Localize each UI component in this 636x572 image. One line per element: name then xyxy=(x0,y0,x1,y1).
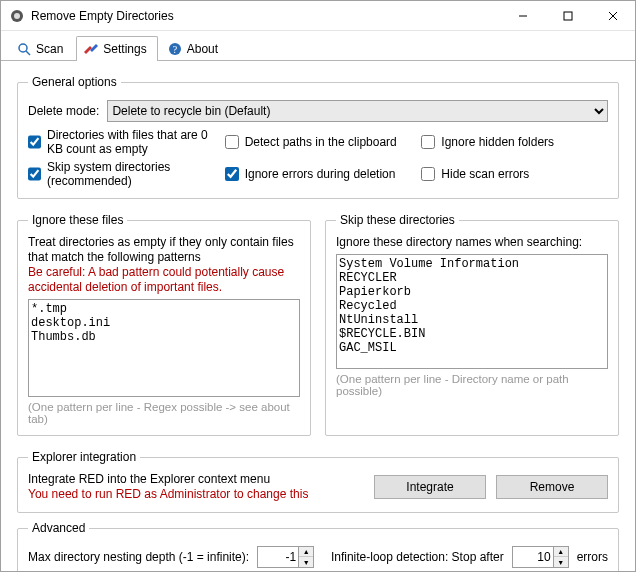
ignore-files-legend: Ignore these files xyxy=(28,213,127,227)
advanced-legend: Advanced xyxy=(28,521,89,535)
ignore-files-textarea[interactable]: *.tmp desktop.ini Thumbs.db xyxy=(28,299,300,397)
help-icon: ? xyxy=(167,41,183,57)
svg-line-7 xyxy=(26,51,30,55)
integrate-button[interactable]: Integrate xyxy=(374,475,486,499)
tabbar: Scan Settings ? About xyxy=(1,31,635,61)
explorer-integration-legend: Explorer integration xyxy=(28,450,140,464)
tools-icon xyxy=(83,41,99,57)
checkbox-0kb[interactable]: Directories with files that are 0 KB cou… xyxy=(28,128,215,156)
app-icon xyxy=(9,8,25,24)
svg-rect-3 xyxy=(564,12,572,20)
ignore-files-desc: Treat directories as empty if they only … xyxy=(28,235,300,265)
svg-point-6 xyxy=(19,44,27,52)
infinite-spinner[interactable]: ▲▼ xyxy=(554,546,569,568)
explorer-integration-group: Explorer integration Integrate RED into … xyxy=(17,450,619,513)
explorer-desc: Integrate RED into the Explorer context … xyxy=(28,472,358,487)
svg-point-1 xyxy=(14,13,20,19)
delete-mode-label: Delete mode: xyxy=(28,104,99,118)
nesting-label: Max directory nesting depth (-1 = infini… xyxy=(28,550,249,564)
minimize-button[interactable] xyxy=(500,1,545,30)
tab-scan-label: Scan xyxy=(36,42,63,56)
checkbox-skip-system[interactable]: Skip system directories (recommended) xyxy=(28,160,215,188)
tab-settings-label: Settings xyxy=(103,42,146,56)
tab-scan[interactable]: Scan xyxy=(9,36,74,61)
tab-settings[interactable]: Settings xyxy=(76,36,157,61)
magnifier-icon xyxy=(16,41,32,57)
general-options-group: General options Delete mode: Delete to r… xyxy=(17,75,619,199)
explorer-warning: You need to run RED as Administrator to … xyxy=(28,487,358,502)
skip-dirs-hint: (One pattern per line - Directory name o… xyxy=(336,373,608,397)
remove-button[interactable]: Remove xyxy=(496,475,608,499)
checkbox-ignore-hidden[interactable]: Ignore hidden folders xyxy=(421,128,608,156)
skip-dirs-textarea[interactable]: System Volume Information RECYCLER Papie… xyxy=(336,254,608,369)
skip-dirs-group: Skip these directories Ignore these dire… xyxy=(325,213,619,436)
checkbox-detect-clipboard[interactable]: Detect paths in the clipboard xyxy=(225,128,412,156)
checkbox-ignore-errors[interactable]: Ignore errors during deletion xyxy=(225,160,412,188)
ignore-files-hint: (One pattern per line - Regex possible -… xyxy=(28,401,300,425)
ignore-files-group: Ignore these files Treat directories as … xyxy=(17,213,311,436)
window-title: Remove Empty Directories xyxy=(31,9,500,23)
skip-dirs-desc: Ignore these directory names when search… xyxy=(336,235,608,250)
ignore-files-warning: Be careful: A bad pattern could potentia… xyxy=(28,265,300,295)
maximize-button[interactable] xyxy=(545,1,590,30)
skip-dirs-legend: Skip these directories xyxy=(336,213,459,227)
infinite-suffix: errors xyxy=(577,550,608,564)
general-options-legend: General options xyxy=(28,75,121,89)
tab-about[interactable]: ? About xyxy=(160,36,229,61)
advanced-group: Advanced Max directory nesting depth (-1… xyxy=(17,521,619,571)
infinite-label: Infinite-loop detection: Stop after xyxy=(331,550,504,564)
titlebar: Remove Empty Directories xyxy=(1,1,635,31)
nesting-spinner[interactable]: ▲▼ xyxy=(299,546,314,568)
svg-text:?: ? xyxy=(172,44,177,55)
delete-mode-select[interactable]: Delete to recycle bin (Default) xyxy=(107,100,608,122)
tab-about-label: About xyxy=(187,42,218,56)
checkbox-hide-scan-errors[interactable]: Hide scan errors xyxy=(421,160,608,188)
nesting-input[interactable] xyxy=(257,546,299,568)
infinite-input[interactable] xyxy=(512,546,554,568)
close-button[interactable] xyxy=(590,1,635,30)
